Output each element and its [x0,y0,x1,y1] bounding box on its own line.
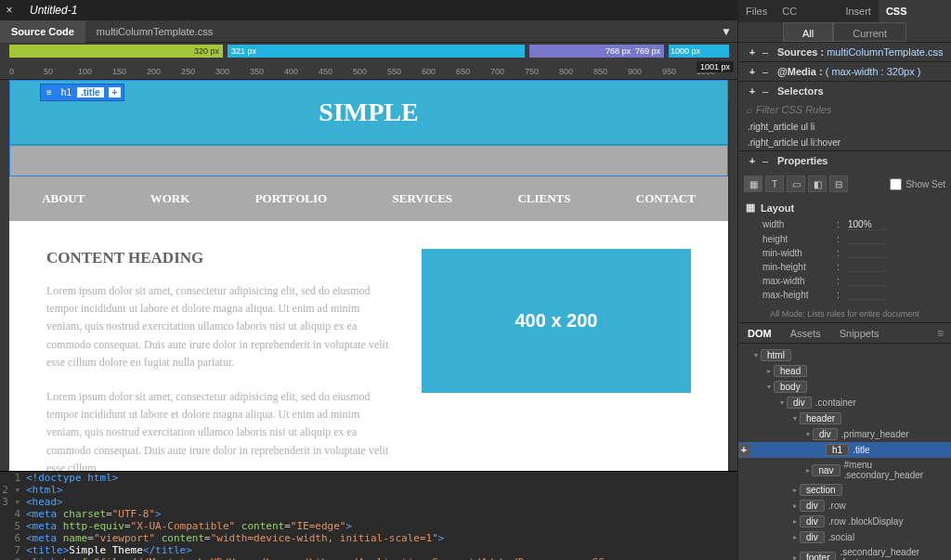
prop-value[interactable] [848,276,885,286]
add-property-button[interactable]: + [746,155,759,166]
tree-toggle-icon[interactable]: ▾ [751,351,761,359]
nav-about[interactable]: ABOUT [42,191,85,206]
tree-toggle-icon[interactable]: ▾ [790,414,800,423]
more-category-icon[interactable]: ⊟ [829,176,848,192]
dom-node-div[interactable]: ▾div.primary_header [738,426,951,442]
mode-current[interactable]: Current [833,22,906,42]
width-guide[interactable] [728,100,730,471]
dom-node-h1[interactable]: +h1.title [738,442,951,458]
dom-node-div[interactable]: ▸div.row [738,498,951,514]
layout-property-row[interactable]: max-width: [746,274,944,288]
tree-toggle-icon[interactable]: ▸ [790,486,800,494]
border-category-icon[interactable]: ▭ [787,176,805,192]
mode-all[interactable]: All [783,22,833,42]
close-icon[interactable]: × [0,4,19,17]
tab-source-code[interactable]: Source Code [0,20,85,43]
ruler-tick: 550 [387,67,401,76]
layout-property-row[interactable]: min-width: [746,246,944,260]
add-media-button[interactable]: + [746,66,759,77]
add-selector-button[interactable]: + [746,85,759,97]
tab-files[interactable]: Files [738,0,775,22]
text-category-icon[interactable]: T [765,176,784,192]
tab-insert[interactable]: Insert [838,0,879,22]
width-marker[interactable]: 1001 px [697,61,734,72]
dom-node-nav[interactable]: ▸nav#menu .secondary_header [738,458,951,482]
document-tab[interactable]: Untitled-1 [19,0,88,20]
add-source-button[interactable]: + [746,46,759,58]
tree-toggle-icon[interactable]: ▸ [803,466,812,475]
filter-icon[interactable]: ▼ [721,25,732,38]
tab-assets[interactable]: Assets [781,323,830,343]
nav-contact[interactable]: CONTACT [636,191,696,206]
breakpoint-1000[interactable]: 1000 px [669,45,729,58]
media-value[interactable]: ( max-width : 320px ) [826,66,944,77]
dom-tag-label: footer [800,552,837,561]
nav-portfolio[interactable]: PORTFOLIO [255,191,328,206]
dom-node-section[interactable]: ▸section [738,482,951,498]
tree-toggle-icon[interactable]: ▸ [790,553,800,561]
remove-selector-button[interactable]: – [759,85,772,97]
layout-category-icon[interactable]: ▦ [744,176,762,192]
tree-toggle-icon[interactable]: ▾ [803,430,813,438]
paragraph-2[interactable]: Lorem ipsum dolor sit amet, consectetur … [46,388,394,471]
showset-checkbox[interactable] [890,178,902,190]
tree-toggle-icon[interactable]: ▸ [790,533,800,541]
dom-node-div[interactable]: ▸div.row .blockDisplay [738,514,951,529]
dom-node-head[interactable]: ▸head [738,363,951,379]
breakpoint-321[interactable]: 321 px [228,45,525,58]
ruler[interactable]: 0501001502002503003504004505005506006507… [0,59,737,80]
layout-property-row[interactable]: min-height: [746,260,944,274]
tree-toggle-icon[interactable]: ▸ [764,367,774,375]
design-canvas[interactable]: ≡ h1 .title + SIMPLE ABOUT WORK PORTFOLI… [9,80,728,471]
nav-services[interactable]: SERVICES [393,191,453,206]
tree-toggle-icon[interactable]: ▾ [777,398,787,407]
dom-node-div[interactable]: ▸div.social [738,529,951,545]
add-class-button[interactable]: + [108,86,123,98]
remove-property-button[interactable]: – [759,155,772,166]
dom-node-html[interactable]: ▾html [738,347,951,363]
insert-node-button[interactable]: + [738,444,750,457]
layout-property-row[interactable]: width:100% [746,217,944,232]
breakpoint-bar[interactable]: 320 px 321 px 768 px 769 px 1000 px [0,43,737,59]
selection-indicator[interactable]: ≡ h1 .title + [40,84,124,101]
nav-work[interactable]: WORK [150,191,190,206]
dom-node-body[interactable]: ▾body [738,379,951,395]
layout-property-row[interactable]: height: [746,232,944,246]
layout-grid-icon: ▦ [746,202,755,214]
prop-name: max-width [762,276,837,286]
dom-node-footer[interactable]: ▸footer.secondary_header .footer [738,545,951,560]
code-editor[interactable]: 12 ▾3 ▾45678 <!doctype html> <html> <hea… [0,471,737,560]
sel-class: .title [77,87,104,98]
prop-value[interactable] [848,248,885,258]
placeholder-image[interactable]: 400 x 200 [422,249,691,393]
selector-item[interactable]: .right_article ul li:hover [738,135,951,150]
content-heading[interactable]: CONTENT HEADING [46,249,394,267]
tree-toggle-icon[interactable]: ▾ [764,383,774,391]
tree-toggle-icon[interactable]: ▸ [790,501,800,510]
tree-toggle-icon[interactable]: ▸ [790,517,800,526]
prop-value[interactable] [848,262,885,272]
breakpoint-320[interactable]: 320 px [9,45,223,58]
sources-value[interactable]: multiColumnTemplate.css [827,46,944,58]
tab-css-designer[interactable]: CSS Designer [879,0,951,22]
panel-menu-icon[interactable]: ≡ [930,323,951,343]
selector-item[interactable]: .right_article ul li [738,119,951,135]
hamburger-icon[interactable]: ≡ [43,87,56,98]
remove-media-button[interactable]: – [759,66,772,77]
tab-dom[interactable]: DOM [738,323,781,343]
layout-property-row[interactable]: max-height: [746,288,944,302]
prop-value[interactable] [848,234,885,244]
nav-clients[interactable]: CLIENTS [517,191,570,206]
tab-css-file[interactable]: multiColumnTemplate.css [85,20,224,43]
tab-snippets[interactable]: Snippets [830,323,889,343]
filter-input[interactable]: Filter CSS Rules [756,104,831,115]
prop-value[interactable]: 100% [848,219,885,230]
breakpoint-768[interactable]: 768 px 769 px [529,45,664,58]
dom-node-header[interactable]: ▾header [738,410,951,426]
dom-node-div[interactable]: ▾div.container [738,395,951,410]
background-category-icon[interactable]: ◧ [808,176,827,192]
prop-value[interactable] [848,290,885,300]
paragraph-1[interactable]: Lorem ipsum dolor sit amet, consectetur … [46,282,394,371]
remove-source-button[interactable]: – [759,46,772,58]
tab-cc-libraries[interactable]: CC Libraries [775,0,838,22]
